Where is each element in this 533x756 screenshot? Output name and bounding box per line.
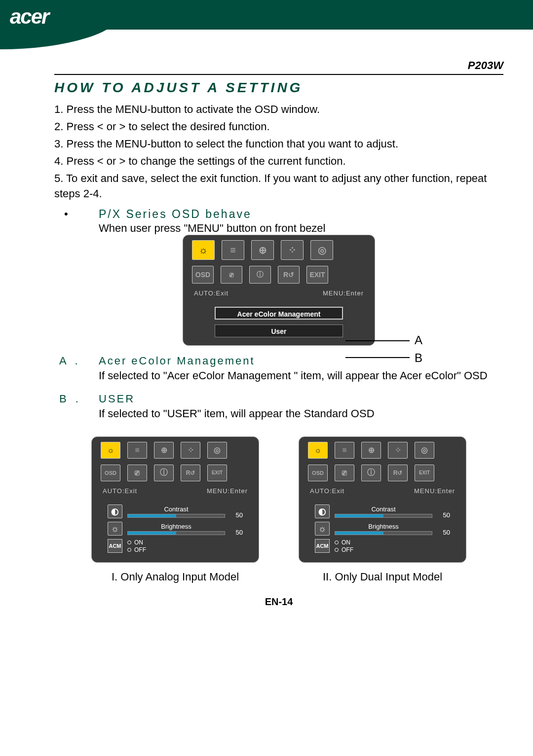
focus-icon[interactable]: [127, 442, 147, 459]
color-icon[interactable]: [388, 442, 408, 459]
acm-off-radio[interactable]: [127, 548, 131, 552]
callout-line-a: [345, 340, 410, 341]
brightness-value: 50: [437, 522, 450, 536]
acm-on-label: ON: [134, 539, 143, 546]
contrast-label: Contrast: [127, 505, 225, 513]
sub-b-label: B .: [54, 393, 99, 422]
color-icon[interactable]: [281, 240, 304, 260]
acm-icon: ACM: [315, 539, 330, 553]
acm-off-radio[interactable]: [335, 548, 339, 552]
osd-setting-icon[interactable]: OSD: [308, 465, 328, 481]
hint-menu-enter: MENU:Enter: [414, 487, 455, 495]
information-icon[interactable]: [361, 465, 381, 481]
callout-a: A: [415, 333, 422, 347]
hint-menu-enter: MENU:Enter: [207, 487, 248, 495]
sub-a-title: Acer eColor Management: [99, 355, 503, 367]
behave-title: P/X Series OSD behave: [99, 208, 503, 221]
brightness-icon[interactable]: [101, 442, 120, 459]
model-row: P203W: [54, 59, 503, 75]
sub-b-title: USER: [99, 393, 503, 405]
page-number: EN-14: [54, 596, 503, 608]
brightness-slider-icon: [315, 522, 330, 536]
signal-icon[interactable]: [221, 266, 242, 284]
color-icon[interactable]: [181, 442, 200, 459]
position-icon[interactable]: [361, 442, 381, 459]
behave-row: • P/X Series OSD behave When user press …: [54, 208, 503, 235]
model-label: P203W: [468, 59, 503, 72]
section-title: HOW TO ADJUST A SETTING: [54, 80, 503, 96]
step-2: 2. Press < or > to select the desired fu…: [54, 119, 503, 135]
reset-icon[interactable]: R↺: [278, 266, 300, 284]
information-icon[interactable]: [154, 465, 174, 481]
brightness-label: Brightness: [127, 523, 225, 530]
acm-on-radio[interactable]: [127, 540, 131, 544]
sub-a-desc: If selected to "Acer eColor Management "…: [99, 368, 503, 384]
position-icon[interactable]: [251, 240, 274, 260]
hint-auto-exit: AUTO:Exit: [194, 289, 228, 297]
subsection-a: A . Acer eColor Management If selected t…: [54, 355, 503, 384]
reset-icon[interactable]: R↺: [181, 465, 200, 481]
osd-setting-icon[interactable]: OSD: [192, 266, 214, 284]
brightness-icon[interactable]: [192, 240, 215, 260]
bullet-icon: •: [54, 208, 99, 235]
step-5: 5. To exit and save, select the exit fun…: [54, 171, 503, 202]
contrast-value: 50: [230, 504, 243, 519]
acm-off-label: OFF: [342, 546, 353, 553]
signal-icon[interactable]: [335, 465, 354, 481]
step-1: 1. Press the MENU-button to activate the…: [54, 102, 503, 117]
osd-main-panel: OSD R↺ EXIT AUTO:Exit MENU:Enter Acer eC…: [183, 235, 375, 346]
behave-desc: When user press "MENU" button on front b…: [99, 222, 503, 235]
contrast-value: 50: [437, 504, 450, 519]
contrast-label: Contrast: [335, 505, 432, 513]
brightness-slider[interactable]: [335, 531, 432, 535]
hint-auto-exit: AUTO:Exit: [103, 487, 137, 495]
signal-icon[interactable]: [127, 465, 147, 481]
contrast-icon: [108, 504, 122, 518]
user-button[interactable]: User: [215, 324, 343, 337]
language-icon[interactable]: [310, 240, 333, 260]
ecolor-management-button[interactable]: Acer eColor Management: [215, 307, 343, 320]
acm-icon: ACM: [108, 539, 122, 553]
osd-dual-panel: OSD R↺ EXIT AUTO:Exit MENU:Enter Contras…: [299, 436, 466, 563]
focus-icon[interactable]: [222, 240, 244, 260]
focus-icon[interactable]: [335, 442, 354, 459]
contrast-slider[interactable]: [127, 514, 225, 518]
acm-on-label: ON: [342, 539, 350, 546]
exit-icon[interactable]: EXIT: [207, 465, 227, 481]
brightness-slider-icon: [108, 522, 122, 536]
hint-menu-enter: MENU:Enter: [323, 289, 364, 297]
analog-caption: I. Only Analog Input Model: [112, 571, 239, 583]
sub-a-label: A .: [54, 355, 99, 384]
language-icon[interactable]: [207, 442, 227, 459]
acm-off-label: OFF: [134, 546, 146, 553]
brand-logo: acer: [10, 5, 48, 29]
hint-auto-exit: AUTO:Exit: [310, 487, 344, 495]
information-icon[interactable]: [249, 266, 271, 284]
step-3: 3. Press the MENU-button to select the f…: [54, 136, 503, 152]
exit-icon[interactable]: EXIT: [415, 465, 434, 481]
osd-setting-icon[interactable]: OSD: [101, 465, 120, 481]
steps-list: 1. Press the MENU-button to activate the…: [54, 102, 503, 202]
language-icon[interactable]: [415, 442, 434, 459]
exit-icon[interactable]: EXIT: [306, 266, 328, 284]
acm-on-radio[interactable]: [335, 540, 339, 544]
sub-b-desc: If selected to "USER" item, will appear …: [99, 406, 503, 422]
reset-icon[interactable]: R↺: [388, 465, 408, 481]
dual-caption: II. Only Dual Input Model: [323, 571, 442, 583]
contrast-icon: [315, 504, 330, 518]
osd-analog-panel: OSD R↺ EXIT AUTO:Exit MENU:Enter Contras…: [91, 436, 259, 563]
brightness-slider[interactable]: [127, 531, 225, 535]
contrast-slider[interactable]: [335, 514, 432, 518]
brightness-icon[interactable]: [308, 442, 328, 459]
subsection-b: B . USER If selected to "USER" item, wil…: [54, 393, 503, 422]
brightness-label: Brightness: [335, 523, 432, 530]
brightness-value: 50: [230, 522, 243, 536]
step-4: 4. Press < or > to change the settings o…: [54, 153, 503, 169]
position-icon[interactable]: [154, 442, 174, 459]
callout-line-b: [345, 357, 410, 358]
callout-b: B: [415, 351, 422, 365]
